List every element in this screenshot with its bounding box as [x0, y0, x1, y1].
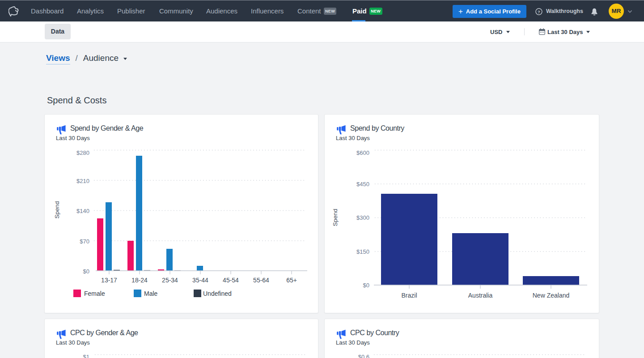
svg-text:$0: $0	[363, 282, 369, 289]
svg-text:?: ?	[538, 9, 540, 14]
svg-text:$600: $600	[356, 149, 369, 156]
svg-text:$210: $210	[76, 178, 89, 184]
svg-text:New Zealand: New Zealand	[533, 292, 570, 299]
svg-text:Spend: Spend	[332, 209, 339, 226]
svg-text:Male: Male	[144, 290, 158, 297]
svg-text:65+: 65+	[286, 277, 297, 284]
svg-text:$150: $150	[356, 248, 369, 255]
svg-text:$0.6: $0.6	[358, 354, 369, 358]
svg-text:$0: $0	[83, 268, 89, 275]
svg-text:Female: Female	[84, 290, 105, 297]
svg-text:$450: $450	[356, 181, 369, 188]
svg-text:$300: $300	[356, 214, 369, 221]
svg-text:18-24: 18-24	[131, 277, 148, 284]
svg-text:35-44: 35-44	[192, 277, 208, 284]
svg-text:$280: $280	[76, 149, 89, 156]
svg-text:Brazil: Brazil	[401, 292, 417, 299]
svg-text:Undefined: Undefined	[203, 290, 232, 297]
svg-text:$1: $1	[83, 354, 89, 358]
svg-text:13-17: 13-17	[101, 277, 117, 284]
svg-text:25-34: 25-34	[162, 277, 178, 284]
svg-text:$70: $70	[80, 238, 89, 245]
svg-text:Spend: Spend	[54, 201, 60, 218]
svg-text:$140: $140	[76, 208, 89, 214]
svg-text:45-54: 45-54	[223, 277, 239, 284]
svg-text:55-64: 55-64	[253, 277, 269, 284]
svg-text:Australia: Australia	[468, 292, 493, 299]
